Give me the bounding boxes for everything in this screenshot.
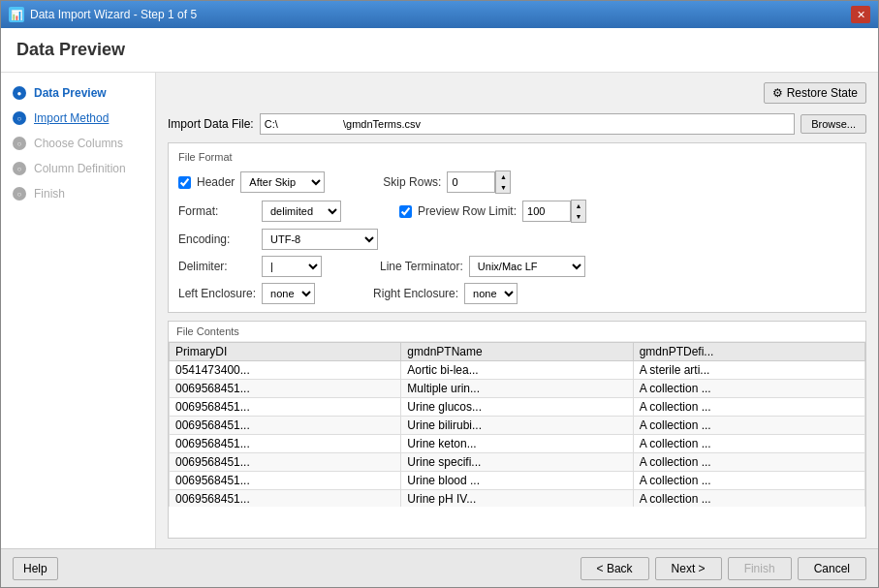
table-cell: Urine specifi... — [401, 453, 633, 472]
line-terminator-label: Line Terminator: — [380, 260, 463, 273]
step-icon-column-definition: ○ — [13, 162, 26, 175]
delimiter-row: Delimiter: | , ; Tab Space — [178, 256, 322, 277]
table-cell: 0069568451... — [170, 453, 401, 472]
step-icon-finish: ○ — [13, 187, 26, 201]
cancel-button[interactable]: Cancel — [798, 557, 866, 580]
file-path-input[interactable] — [260, 113, 795, 135]
top-bar: ⚙ Restore State — [168, 82, 866, 104]
content-area: Data Preview ● Data Preview ○ Import Met… — [1, 28, 878, 587]
preview-row-limit-up-btn[interactable]: ▲ — [572, 201, 585, 211]
col-header-gmdnptdefi: gmdnPTDefi... — [633, 343, 864, 361]
table-cell: 0069568451... — [170, 380, 401, 398]
main-area: ● Data Preview ○ Import Method ○ Choose … — [1, 73, 878, 548]
sidebar-label-column-definition: Column Definition — [34, 162, 126, 175]
table-cell: 0541473400... — [170, 361, 401, 380]
preview-row-limit-down-btn[interactable]: ▼ — [572, 211, 585, 222]
table-cell: Urine glucos... — [401, 398, 633, 417]
file-contents-table-container[interactable]: PrimaryDI gmdnPTName gmdnPTDefi... 05414… — [169, 342, 865, 507]
table-row: 0069568451...Urine pH IV...A collection … — [170, 490, 865, 508]
sidebar-label-import-method: Import Method — [34, 111, 109, 125]
sidebar-label-data-preview: Data Preview — [34, 86, 107, 100]
file-contents-title: File Contents — [169, 322, 865, 342]
table-cell: A collection ... — [633, 398, 864, 417]
sidebar-label-choose-columns: Choose Columns — [34, 137, 123, 150]
line-terminator-row: Line Terminator: Unix/Mac LF Windows CRL… — [380, 256, 585, 277]
skip-rows-down-btn[interactable]: ▼ — [496, 182, 510, 193]
format-select[interactable]: delimited fixed width — [262, 201, 341, 222]
header-label: Header — [197, 175, 235, 189]
enclosure-row: Left Enclosure: none " ' Right Enclosure… — [178, 283, 856, 304]
table-cell: Multiple urin... — [401, 380, 633, 398]
skip-rows-spinner: ▲ ▼ — [447, 170, 511, 194]
right-enclosure-row: Right Enclosure: none " ' — [373, 283, 518, 304]
preview-row-limit-row: Preview Row Limit: ▲ ▼ — [399, 200, 586, 223]
file-label: Import Data File: — [168, 117, 254, 131]
preview-row-limit-spinner: ▲ ▼ — [522, 200, 586, 223]
table-cell: A collection ... — [633, 472, 864, 490]
header-checkbox[interactable] — [178, 176, 191, 189]
step-icon-choose-columns: ○ — [13, 137, 26, 150]
sidebar-item-import-method[interactable]: ○ Import Method — [1, 106, 155, 131]
format-row: Format: delimited fixed width — [178, 200, 341, 223]
window-title: Data Import Wizard - Step 1 of 5 — [30, 8, 851, 21]
table-cell: A collection ... — [633, 380, 864, 398]
table-cell: A collection ... — [633, 417, 864, 435]
close-button[interactable]: ✕ — [851, 6, 870, 23]
sidebar-item-finish: ○ Finish — [1, 181, 155, 206]
restore-state-button[interactable]: ⚙ Restore State — [764, 82, 866, 104]
after-skip-select[interactable]: After Skip Before Skip None — [240, 171, 325, 193]
format-label: Format: — [178, 204, 256, 218]
delimiter-label: Delimiter: — [178, 260, 256, 273]
sidebar-item-choose-columns: ○ Choose Columns — [1, 131, 155, 156]
table-cell: Urine bilirubi... — [401, 417, 633, 435]
encoding-label: Encoding: — [178, 232, 256, 246]
left-enclosure-row: Left Enclosure: none " ' — [178, 283, 315, 304]
table-cell: A collection ... — [633, 435, 864, 453]
title-bar: 📊 Data Import Wizard - Step 1 of 5 ✕ — [1, 1, 878, 28]
next-button[interactable]: Next > — [655, 557, 722, 580]
file-row: Import Data File: Browse... — [168, 113, 866, 135]
bottom-bar: Help < Back Next > Finish Cancel — [1, 548, 878, 587]
bottom-left: Help — [13, 557, 58, 580]
bottom-right: < Back Next > Finish Cancel — [581, 557, 866, 580]
table-row: 0069568451...Urine glucos...A collection… — [170, 398, 865, 417]
preview-row-limit-input[interactable] — [522, 201, 571, 222]
file-contents-section: File Contents PrimaryDI gmdnPTName gmdnP… — [168, 321, 866, 539]
back-button[interactable]: < Back — [581, 557, 649, 580]
delimiter-select[interactable]: | , ; Tab Space — [262, 256, 322, 277]
preview-row-limit-checkbox[interactable] — [399, 205, 412, 218]
table-cell: A collection ... — [633, 453, 864, 472]
main-window: 📊 Data Import Wizard - Step 1 of 5 ✕ Dat… — [0, 0, 879, 588]
table-row: 0541473400...Aortic bi-lea...A sterile a… — [170, 361, 865, 380]
right-panel: ⚙ Restore State Import Data File: Browse… — [156, 73, 878, 548]
browse-button[interactable]: Browse... — [801, 114, 866, 134]
table-cell: Urine pH IV... — [401, 490, 633, 508]
sidebar-item-data-preview[interactable]: ● Data Preview — [1, 80, 155, 106]
sidebar: ● Data Preview ○ Import Method ○ Choose … — [1, 73, 156, 548]
right-enclosure-select[interactable]: none " ' — [464, 283, 518, 304]
gear-icon: ⚙ — [772, 86, 783, 100]
header-row: Header After Skip Before Skip None — [178, 170, 325, 194]
right-enclosure-label: Right Enclosure: — [373, 287, 458, 300]
table-cell: A collection ... — [633, 490, 864, 508]
table-cell: 0069568451... — [170, 417, 401, 435]
skip-rows-up-btn[interactable]: ▲ — [496, 171, 510, 182]
help-button[interactable]: Help — [13, 557, 58, 580]
table-cell: Urine blood ... — [401, 472, 633, 490]
skip-rows-label: Skip Rows: — [383, 175, 441, 189]
table-cell: Urine keton... — [401, 435, 633, 453]
left-enclosure-select[interactable]: none " ' — [262, 283, 315, 304]
table-cell: 0069568451... — [170, 490, 401, 508]
table-cell: 0069568451... — [170, 435, 401, 453]
finish-button[interactable]: Finish — [728, 557, 792, 580]
encoding-select[interactable]: UTF-8 UTF-16 ISO-8859-1 Windows-1252 — [262, 229, 378, 250]
skip-rows-input[interactable] — [447, 171, 495, 193]
line-terminator-select[interactable]: Unix/Mac LF Windows CRLF Classic Mac CR — [469, 256, 585, 277]
table-row: 0069568451...Urine specifi...A collectio… — [170, 453, 865, 472]
table-row: 0069568451...Urine blood ...A collection… — [170, 472, 865, 490]
skip-rows-spinner-btns: ▲ ▼ — [495, 170, 511, 194]
table-row: 0069568451...Urine bilirubi...A collecti… — [170, 417, 865, 435]
step-icon-import-method: ○ — [13, 111, 26, 125]
preview-row-limit-spinner-btns: ▲ ▼ — [571, 200, 586, 223]
table-cell: A sterile arti... — [633, 361, 864, 380]
